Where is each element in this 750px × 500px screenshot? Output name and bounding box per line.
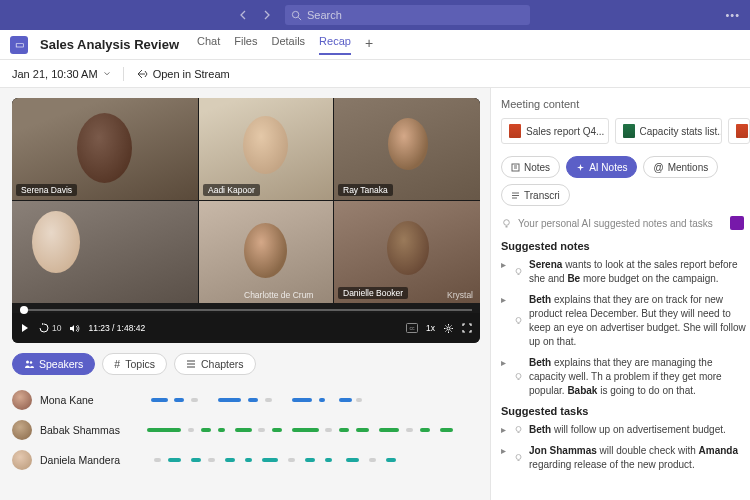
app-icon: ▭ xyxy=(10,36,28,54)
bulb-icon xyxy=(501,218,512,229)
svg-point-5 xyxy=(30,361,32,363)
section-header: Meeting content xyxy=(501,98,750,110)
excel-icon xyxy=(623,124,635,138)
note-item[interactable]: ▸Serena wants to look at the sales repor… xyxy=(501,258,750,286)
list-icon xyxy=(186,359,196,369)
task-text: Beth will follow up on advertisement bud… xyxy=(529,423,726,437)
search-input[interactable]: Search xyxy=(285,5,530,25)
powerpoint-icon xyxy=(509,124,521,138)
playback-speed[interactable]: 1x xyxy=(426,323,435,333)
fullscreen-button[interactable] xyxy=(462,323,472,333)
chevron-right-icon: ▸ xyxy=(501,356,508,398)
pill-label: Transcri xyxy=(524,190,560,201)
speaker-row[interactable]: Daniela Mandera xyxy=(12,445,480,475)
chevron-right-icon: ▸ xyxy=(501,258,508,286)
task-text: Jon Shammas will double check with Amand… xyxy=(529,444,748,472)
tab-recap[interactable]: Recap xyxy=(319,35,351,55)
onenote-icon[interactable] xyxy=(730,216,744,230)
volume-button[interactable] xyxy=(69,323,80,334)
svg-point-0 xyxy=(292,11,298,17)
speaker-timeline[interactable] xyxy=(144,427,480,433)
stream-icon xyxy=(136,68,148,80)
transcript-icon xyxy=(511,191,520,200)
video-tile[interactable]: Charlotte de Crum xyxy=(199,201,333,303)
svg-point-11 xyxy=(516,427,521,432)
search-placeholder: Search xyxy=(307,9,342,21)
chevron-right-icon: ▸ xyxy=(501,293,508,349)
date-dropdown[interactable]: Jan 21, 10:30 AM xyxy=(12,68,111,80)
bulb-icon xyxy=(513,444,524,472)
pill-label: AI Notes xyxy=(589,162,627,173)
bulb-icon xyxy=(513,258,524,286)
speaker-timeline[interactable] xyxy=(144,397,480,403)
participant-name: Aadi Kapoor xyxy=(203,184,260,196)
speaker-timeline[interactable] xyxy=(144,457,480,463)
svg-point-9 xyxy=(516,318,521,323)
file-card[interactable] xyxy=(728,118,750,144)
video-tile[interactable]: Ray Tanaka xyxy=(334,98,480,200)
pill-chapters[interactable]: Chapters xyxy=(174,353,256,375)
file-name: Capacity stats list... xyxy=(640,126,723,137)
nav-back-icon[interactable] xyxy=(235,6,253,24)
skip-back-button[interactable] xyxy=(38,322,50,334)
video-tile[interactable] xyxy=(12,201,198,303)
svg-point-3 xyxy=(447,327,450,330)
video-tile[interactable]: Aadi Kapoor xyxy=(199,98,333,200)
avatar xyxy=(12,390,32,410)
content-pill-ai-notes[interactable]: AI Notes xyxy=(566,156,637,178)
title-bar: Search ••• xyxy=(0,0,750,30)
hash-icon: # xyxy=(114,358,120,370)
skip-amount: 10 xyxy=(52,323,61,333)
task-item[interactable]: ▸Jon Shammas will double check with Aman… xyxy=(501,444,750,472)
speaker-name: Babak Shammas xyxy=(40,424,136,436)
content-pill-mentions[interactable]: @ Mentions xyxy=(643,156,718,178)
svg-point-12 xyxy=(516,455,521,460)
speaker-row[interactable]: Babak Shammas xyxy=(12,415,480,445)
svg-point-8 xyxy=(516,269,521,274)
speaker-name: Mona Kane xyxy=(40,394,136,406)
video-tile[interactable]: Danielle BookerKrystal xyxy=(334,201,480,303)
content-pill-transcript[interactable]: Transcri xyxy=(501,184,570,206)
tab-chat[interactable]: Chat xyxy=(197,35,220,55)
more-icon[interactable]: ••• xyxy=(725,9,740,21)
open-stream-button[interactable]: Open in Stream xyxy=(136,68,230,80)
svg-text:cc: cc xyxy=(410,325,416,331)
people-icon xyxy=(24,359,34,369)
video-progress[interactable] xyxy=(20,309,472,311)
svg-point-10 xyxy=(516,374,521,379)
bulb-icon xyxy=(513,293,524,349)
captions-button[interactable]: cc xyxy=(406,323,418,333)
participant-name: Charlotte de Crum xyxy=(239,289,318,301)
svg-point-4 xyxy=(26,361,29,364)
note-text: Beth explains that they are managing the… xyxy=(529,356,748,398)
suggested-notes-header: Suggested notes xyxy=(501,240,750,252)
pill-label: Mentions xyxy=(668,162,709,173)
pill-speakers[interactable]: Speakers xyxy=(12,353,95,375)
file-name: Sales report Q4... xyxy=(526,126,604,137)
speaker-row[interactable]: Mona Kane xyxy=(12,385,480,415)
suggested-tasks-header: Suggested tasks xyxy=(501,405,750,417)
sparkle-icon xyxy=(576,163,585,172)
content-pill-notes[interactable]: Notes xyxy=(501,156,560,178)
video-player: Serena Davis Aadi Kapoor Ray Tanaka Char… xyxy=(12,98,480,343)
pill-label: Speakers xyxy=(39,358,83,370)
note-item[interactable]: ▸Beth explains that they are on track fo… xyxy=(501,293,750,349)
page-header: ▭ Sales Analysis Review Chat Files Detai… xyxy=(0,30,750,60)
pill-label: Topics xyxy=(125,358,155,370)
play-button[interactable] xyxy=(20,323,30,333)
tab-details[interactable]: Details xyxy=(271,35,305,55)
note-item[interactable]: ▸Beth explains that they are managing th… xyxy=(501,356,750,398)
video-tile[interactable]: Serena Davis xyxy=(12,98,198,200)
participant-name: Krystal xyxy=(442,289,478,301)
page-title: Sales Analysis Review xyxy=(40,37,179,52)
chevron-down-icon xyxy=(103,70,111,78)
settings-button[interactable] xyxy=(443,323,454,334)
tab-files[interactable]: Files xyxy=(234,35,257,55)
task-item[interactable]: ▸Beth will follow up on advertisement bu… xyxy=(501,423,750,437)
pill-topics[interactable]: #Topics xyxy=(102,353,167,375)
file-card[interactable]: Sales report Q4... xyxy=(501,118,609,144)
add-tab-button[interactable]: + xyxy=(365,35,373,55)
nav-forward-icon[interactable] xyxy=(257,6,275,24)
video-controls: 10 11:23 / 1:48:42 cc 1x xyxy=(12,313,480,343)
file-card[interactable]: Capacity stats list... xyxy=(615,118,723,144)
